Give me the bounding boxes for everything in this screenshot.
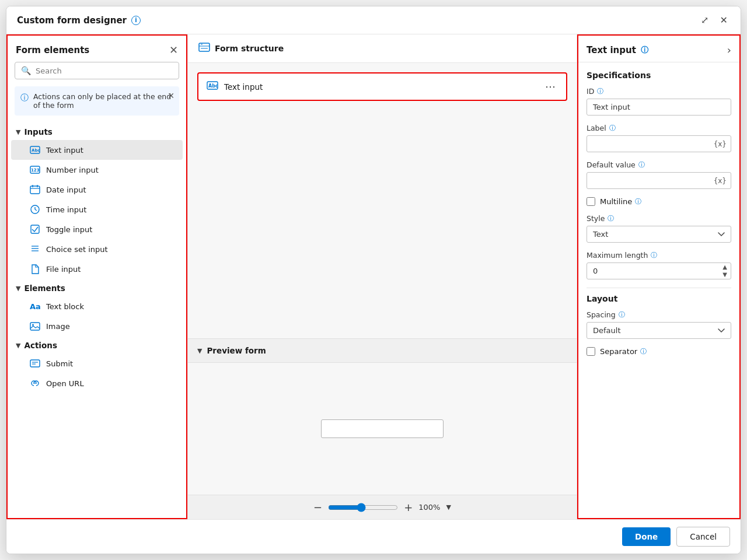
default-value-input[interactable] [587,172,731,189]
dialog-info-icon[interactable]: i [131,16,141,25]
zoom-slider[interactable] [328,503,398,512]
list-item-date-input[interactable]: Date input [11,180,183,200]
style-info-icon[interactable]: ⓘ [608,214,614,223]
cancel-button[interactable]: Cancel [676,527,730,547]
left-panel-close-button[interactable]: ✕ [169,44,178,56]
svg-text:Abc: Abc [208,83,218,89]
zoom-in-button[interactable]: + [404,501,413,513]
preview-zoom-bar: − + 100% ▼ [188,495,577,519]
preview-header[interactable]: ▼ Preview form [188,339,577,363]
submit-icon [30,358,40,369]
preview-body [188,363,577,495]
actions-section-label: Actions [24,341,57,350]
preview-label: Preview form [207,346,266,355]
list-item-text-input[interactable]: Abc Text input [11,140,183,160]
elements-chevron-icon: ▼ [16,285,20,292]
right-panel-title-text: Text input [587,45,636,55]
multiline-info-icon[interactable]: ⓘ [635,197,641,206]
layout-title: Layout [587,294,731,303]
separator-checkbox[interactable] [587,347,595,356]
label-field-wrap: {x} [587,135,731,152]
form-element-menu-button[interactable]: ⋯ [543,79,558,94]
id-info-icon[interactable]: ⓘ [597,87,603,96]
list-item-time-input[interactable]: Time input [11,200,183,219]
left-panel-scroll: ▼ Inputs Abc Text input 123 Number input [8,123,186,518]
date-input-label: Date input [46,186,86,194]
search-box: 🔍 [15,62,179,79]
max-length-arrows: ▲ ▼ [721,264,729,278]
time-input-label: Time input [46,205,86,214]
style-field-group: Style ⓘ Text Tel URL Email [587,214,731,243]
right-panel: Text input ⓘ › Specifications ID ⓘ [577,34,741,519]
dialog-close-button[interactable]: ✕ [718,13,730,27]
search-icon: 🔍 [21,66,31,75]
info-banner-close-button[interactable]: ✕ [167,91,174,100]
label-info-icon[interactable]: ⓘ [609,124,616,132]
form-structure-header: Form structure [188,34,577,63]
image-label: Image [46,322,70,331]
file-input-label: File input [46,265,81,274]
left-panel-header: Form elements ✕ [8,36,186,62]
form-area: Abc Text input ⋯ [188,63,577,338]
style-select[interactable]: Text Tel URL Email [587,226,731,243]
footer: Done Cancel [6,519,741,554]
right-panel-info-icon[interactable]: ⓘ [641,45,648,55]
list-item-choice-set-input[interactable]: Choice set input [11,239,183,259]
specifications-title: Specifications [587,71,731,80]
list-item-file-input[interactable]: File input [11,259,183,279]
list-item-toggle-input[interactable]: Toggle input [11,219,183,239]
default-value-info-icon[interactable]: ⓘ [638,160,645,169]
right-panel-expand-button[interactable]: › [727,44,731,56]
info-banner-icon: ⓘ [20,93,29,103]
default-value-field-wrap: {x} [587,172,731,189]
elements-section-header[interactable]: ▼ Elements [8,279,186,296]
svg-rect-18 [30,360,40,367]
file-input-icon [30,264,40,274]
max-length-up-button[interactable]: ▲ [721,264,729,271]
list-item-open-url[interactable]: Open URL [11,373,183,393]
list-item-number-input[interactable]: 123 Number input [11,160,183,180]
list-item-image[interactable]: Image [11,316,183,336]
label-input[interactable] [587,135,731,152]
zoom-out-button[interactable]: − [313,501,322,513]
actions-section-header[interactable]: ▼ Actions [8,336,186,354]
number-input-label: Number input [46,166,99,174]
open-url-label: Open URL [46,379,84,388]
list-item-submit[interactable]: Submit [11,354,183,373]
default-value-field-label: Default value ⓘ [587,160,731,169]
middle-panel: Form structure Abc Text input ⋯ ▼ Previe… [187,34,577,519]
choice-set-input-label: Choice set input [46,245,108,254]
expand-button[interactable]: ⤢ [699,13,711,27]
separator-info-icon[interactable]: ⓘ [640,347,647,356]
spacing-select[interactable]: Default None Small Medium Large Extra la… [587,322,731,339]
spacing-label-text: Spacing [587,310,616,319]
done-button[interactable]: Done [622,527,671,546]
id-input[interactable] [587,99,731,116]
image-icon [30,321,40,331]
multiline-label: Multiline ⓘ [600,197,641,206]
list-item-text-block[interactable]: Aa Text block [11,296,183,316]
title-bar-actions: ⤢ ✕ [699,13,730,27]
label-field-group: Label ⓘ {x} [587,124,731,152]
multiline-checkbox[interactable] [587,197,595,206]
spacing-info-icon[interactable]: ⓘ [619,310,625,319]
form-element-row-text-input[interactable]: Abc Text input ⋯ [197,72,567,101]
inputs-section-header[interactable]: ▼ Inputs [8,123,186,140]
info-banner: ⓘ Actions can only be placed at the end … [15,86,179,116]
separator-row: Separator ⓘ [587,347,731,356]
text-block-icon: Aa [30,301,40,312]
text-input-label: Text input [46,146,83,155]
zoom-chevron-icon[interactable]: ▼ [446,503,451,511]
max-length-field-group: Maximum length ⓘ ▲ ▼ [587,251,731,279]
search-input[interactable] [36,66,173,75]
svg-rect-4 [30,186,40,194]
max-length-down-button[interactable]: ▼ [721,271,729,278]
svg-rect-16 [30,323,40,330]
max-length-info-icon[interactable]: ⓘ [651,251,657,260]
max-length-input[interactable] [587,262,731,279]
inputs-chevron-icon: ▼ [16,128,20,136]
preview-section: ▼ Preview form − + 100% ▼ [188,338,577,519]
main-content: Form elements ✕ 🔍 ⓘ Actions can only be … [6,34,741,519]
max-length-label-text: Maximum length [587,251,648,260]
spacing-field-label: Spacing ⓘ [587,310,731,319]
